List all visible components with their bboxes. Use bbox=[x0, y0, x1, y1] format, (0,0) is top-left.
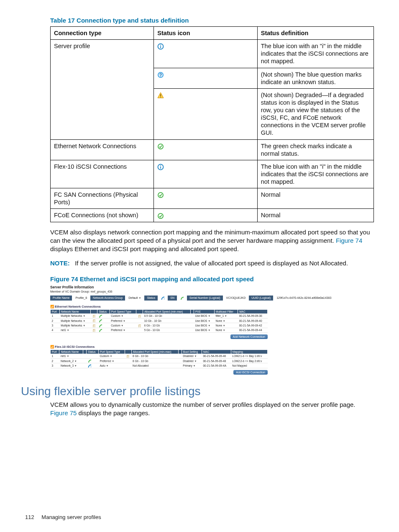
chevron-down-icon: ▼ bbox=[208, 315, 210, 317]
mini-uuid: 129f1d7c-6470-442c-8244-a908e0a14383 bbox=[274, 296, 335, 301]
network-select[interactable]: net1 ▼ bbox=[61, 355, 69, 357]
filter-select[interactable]: None ▼ bbox=[216, 319, 225, 322]
mini-status-h: Status bbox=[144, 296, 159, 301]
mini-eth-table: Port Network Name Status Port Speed Type… bbox=[50, 309, 268, 333]
port-speed-type-select[interactable]: Custom ▼ bbox=[111, 314, 123, 317]
table-row: 2Multiple Networks ▼Preferred ▼10 Gb - 1… bbox=[51, 318, 268, 323]
fig75-link[interactable]: Figure 75 bbox=[50, 409, 77, 416]
pxe-select[interactable]: Use BIOS ▼ bbox=[195, 319, 211, 322]
t17-r0-icon-cell bbox=[154, 40, 257, 68]
t17-r3-icon-cell bbox=[154, 139, 257, 160]
chevron-down-icon: ▼ bbox=[208, 329, 210, 332]
pxe-select[interactable]: Use BIOS ▼ bbox=[195, 314, 211, 317]
para1-pre: VCEM also displays network connection po… bbox=[50, 229, 370, 244]
t17-r4-icon-cell bbox=[154, 160, 257, 188]
port-speed-type-select[interactable]: Preferred ▼ bbox=[111, 319, 125, 322]
page-footer: 112 Managing server profiles bbox=[25, 514, 101, 520]
info-icon bbox=[88, 364, 91, 367]
mini-eth-title: 📶 Ethernet Network Connections bbox=[50, 305, 268, 308]
port-speed-type-select[interactable]: Auto ▼ bbox=[100, 364, 108, 367]
port-speed-type-select[interactable]: Custom ▼ bbox=[111, 324, 123, 327]
port-speed-type-select[interactable]: Preferred ▼ bbox=[111, 329, 125, 332]
fig74-link[interactable]: Figure 74 bbox=[336, 237, 362, 244]
filter-select[interactable]: None ▼ bbox=[216, 329, 225, 332]
t17-r4-type: Flex-10 iSCSI Connections bbox=[51, 160, 154, 188]
port-speed-type-select[interactable]: Preferred ▼ bbox=[100, 360, 114, 362]
chevron-down-icon: ▼ bbox=[123, 320, 125, 322]
para1-post: displays Ethernet and iSCSI port mapping… bbox=[50, 245, 239, 252]
chevron-down-icon: ▼ bbox=[83, 324, 85, 327]
chevron-down-icon: ▼ bbox=[123, 329, 125, 332]
mini-sn bbox=[178, 296, 187, 301]
t17-r2-def: (Not shown) Degraded—If a degraded statu… bbox=[257, 88, 373, 139]
boot-select[interactable]: Disabled ▼ bbox=[183, 360, 197, 362]
check-icon bbox=[88, 359, 91, 362]
check-icon bbox=[99, 319, 102, 322]
check-icon bbox=[157, 211, 164, 219]
table-row: 1net1 ▼Custom ▼8 Gb - 10 GbDisabled ▼00-… bbox=[51, 354, 268, 358]
network-select[interactable]: Network_3 ▼ bbox=[61, 364, 77, 367]
chevron-down-icon: ▼ bbox=[223, 320, 225, 322]
mini-profilename-h: Profile Name bbox=[50, 296, 73, 301]
network-select[interactable]: Multiple Networks ▼ bbox=[61, 324, 85, 327]
network-select[interactable]: Network_2 ▼ bbox=[61, 360, 77, 362]
t17-r5-icon-cell bbox=[154, 188, 257, 209]
filter-select[interactable]: filter_1 ▼ bbox=[216, 314, 227, 317]
network-select[interactable]: Multiple Networks ▼ bbox=[61, 319, 85, 322]
chevron-down-icon: ▼ bbox=[208, 320, 210, 322]
t17-r2-icon-cell bbox=[154, 88, 257, 139]
mini-info-bar: Profile Name Profile_8 Network Access Gr… bbox=[50, 296, 268, 301]
chevron-down-icon: ▼ bbox=[193, 365, 196, 367]
chevron-down-icon: ▼ bbox=[121, 315, 123, 317]
chevron-down-icon: ▼ bbox=[112, 360, 114, 362]
t17-r0-def: The blue icon with an "i" in the middle … bbox=[257, 40, 373, 68]
mini-serial-h: Serial Number (Logical) bbox=[187, 296, 224, 301]
port-speed-type-select[interactable]: Custom ▼ bbox=[100, 355, 112, 357]
chevron-down-icon: ▼ bbox=[121, 324, 123, 327]
add-iscsi-connection-button[interactable]: Add iSCSI Connection bbox=[233, 370, 268, 375]
mini-status bbox=[159, 296, 168, 301]
add-network-connection-button[interactable]: Add Network Connection bbox=[230, 334, 268, 339]
chevron-down-icon: ▼ bbox=[66, 355, 69, 357]
fig74-screenshot: Server Profile Information Member of VC … bbox=[50, 285, 268, 375]
chevron-down-icon: ▼ bbox=[110, 355, 113, 357]
mini-nag-h: Network Access Group bbox=[90, 296, 126, 301]
doc-icon bbox=[92, 324, 95, 326]
t17-r4-def: The blue icon with an "i" in the middle … bbox=[257, 160, 373, 188]
chevron-down-icon: ▼ bbox=[194, 355, 197, 357]
boot-select[interactable]: Primary ▼ bbox=[183, 364, 195, 367]
t17-r3-def: The green check marks indicate a normal … bbox=[257, 139, 373, 160]
mini-iscsi-table: Port Network Name Status Port Speed Type… bbox=[50, 350, 268, 368]
pxe-select[interactable]: Use BIOS ▼ bbox=[195, 329, 211, 332]
mini-title: Server Profile Information bbox=[50, 285, 268, 289]
para2-pre: VCEM allows you to dynamically customize… bbox=[50, 401, 356, 408]
question-icon bbox=[157, 71, 164, 78]
mini-uuid-h: UUID (Logical) bbox=[249, 296, 274, 301]
chevron-down-icon: ▼ bbox=[67, 329, 69, 332]
check-icon bbox=[157, 191, 164, 198]
check-icon bbox=[99, 324, 102, 326]
pxe-select[interactable]: Use BIOS ▼ bbox=[195, 324, 211, 327]
boot-select[interactable]: Disabled ▼ bbox=[183, 355, 197, 357]
chevron-down-icon: ▼ bbox=[83, 320, 85, 322]
t17-r5-def: Normal bbox=[257, 188, 373, 209]
chevron-down-icon: ▼ bbox=[223, 329, 225, 332]
table17-h2: Status definition bbox=[257, 27, 373, 40]
mini-subtitle: Member of VC Domain Group: mxf_groups_43… bbox=[50, 290, 268, 293]
t17-r6-type: FCoE Connections (not shown) bbox=[51, 209, 154, 222]
table17-h0: Connection type bbox=[51, 27, 154, 40]
info-icon bbox=[157, 163, 164, 170]
doc-icon bbox=[92, 314, 95, 317]
warning-icon bbox=[157, 91, 164, 99]
filter-select[interactable]: None ▼ bbox=[216, 324, 225, 327]
doc-icon bbox=[126, 355, 129, 357]
network-select[interactable]: net1 ▼ bbox=[61, 329, 69, 332]
chevron-down-icon: ▼ bbox=[83, 315, 85, 317]
table17-caption: Table 17 Connection type and status defi… bbox=[50, 17, 374, 24]
network-select[interactable]: Multiple Networks ▼ bbox=[61, 314, 85, 317]
t17-r3-type: Ethernet Network Connections bbox=[51, 139, 154, 160]
chevron-down-icon: ▼ bbox=[208, 324, 210, 327]
mini-nag[interactable]: Default ▼ bbox=[126, 296, 144, 301]
chevron-down-icon: ▼ bbox=[225, 315, 227, 317]
chevron-down-icon: ▼ bbox=[74, 365, 77, 367]
